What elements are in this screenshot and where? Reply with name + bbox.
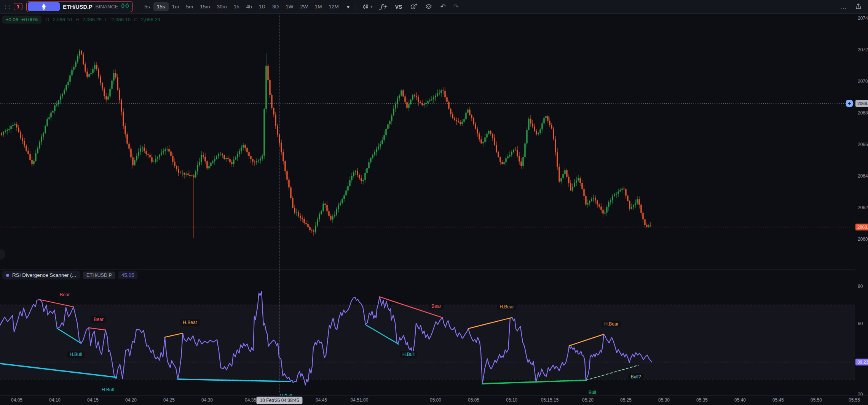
- time-axis-label: 05:35: [696, 397, 708, 403]
- drag-grip-icon[interactable]: ⋮⋮: [3, 4, 11, 10]
- time-axis-label: 05:50: [811, 397, 822, 403]
- crosshair-time-badge: 10 Feb'26 04:38:45: [256, 397, 302, 404]
- timeframe-1W[interactable]: 1W: [282, 2, 297, 11]
- alert-button[interactable]: [407, 2, 420, 12]
- timeframe-1M[interactable]: 1M: [311, 2, 326, 11]
- time-axis-label: 04:30: [201, 397, 213, 403]
- change-value: +0.06: [6, 17, 18, 22]
- indicator-header: RSI Divergence Scanner (... ETH/USD.P 45…: [2, 271, 137, 280]
- close-label: C: [134, 17, 137, 22]
- indicator-value: 45.05: [118, 271, 137, 279]
- symbol-name: ETH/USD.P: [63, 4, 92, 10]
- time-scale-axis[interactable]: 04:0504:1004:1504:2004:2504:3004:3504:45…: [0, 395, 868, 405]
- price-axis-label: 2068: [858, 110, 868, 116]
- price-axis-label: 2066: [858, 142, 868, 147]
- pane-divider[interactable]: [0, 269, 855, 270]
- exchange-name: BINANCE: [96, 4, 118, 10]
- low-label: L: [105, 17, 108, 22]
- indicator-title-pill[interactable]: RSI Divergence Scanner (...: [2, 271, 80, 280]
- ohlc-values: O 2,066.10 H 2,066.29 L 2,066.10 C 2,066…: [45, 17, 160, 22]
- indicator-color-dot-icon: [6, 274, 9, 277]
- price-axis-label: 2072: [858, 47, 868, 52]
- chart-style-button[interactable]: ▾: [359, 2, 375, 12]
- timeframe-4h[interactable]: 4h: [243, 2, 255, 11]
- time-axis-label: 04:20: [125, 397, 137, 403]
- low-value: 2,066.10: [111, 17, 131, 22]
- compare-button[interactable]: VS: [392, 2, 405, 11]
- indicators-button[interactable]: ƒ+: [377, 2, 390, 12]
- price-axis-label: 2062: [858, 205, 868, 210]
- live-broadcast-icon: [121, 3, 129, 10]
- toolbar-separator: [356, 3, 356, 11]
- price-legend-row: +0.06 +0.00% O 2,066.10 H 2,066.29 L 2,0…: [2, 16, 160, 24]
- rsi-axis-label: 80: [858, 284, 863, 289]
- price-axis-label: 2064: [858, 173, 868, 179]
- time-axis-label: 05:05: [468, 397, 479, 403]
- price-axis-label: 2074: [858, 16, 868, 21]
- rsi-axis-label: 60: [858, 321, 863, 326]
- timeframe-3D[interactable]: 3D: [269, 2, 282, 11]
- time-axis-label: 04:10: [49, 397, 61, 403]
- timeframe-1h[interactable]: 1h: [230, 2, 243, 11]
- timeframe-5s[interactable]: 5s: [141, 2, 153, 11]
- high-label: H: [75, 17, 79, 22]
- price-scale-axis[interactable]: 207420722070206820662064206220602068.602…: [855, 14, 868, 395]
- layers-button[interactable]: [422, 2, 436, 12]
- timeframe-1m[interactable]: 1m: [169, 2, 183, 11]
- time-axis-label: 04:35: [245, 397, 256, 403]
- change-percent: +0.00%: [21, 17, 38, 22]
- time-axis-label: 04:05: [11, 397, 22, 403]
- timeframe-dropdown-caret[interactable]: ▾: [344, 2, 353, 12]
- chart-style-caret: ▾: [370, 5, 372, 9]
- time-axis-label: 05:40: [734, 397, 746, 403]
- time-axis-label: 05:20: [582, 397, 594, 403]
- indicator-title: RSI Divergence Scanner (...: [12, 272, 76, 278]
- share-button[interactable]: [852, 2, 865, 12]
- change-pill: +0.06 +0.00%: [2, 16, 41, 24]
- timeframe-30m[interactable]: 30m: [213, 2, 230, 11]
- time-axis-label: 05:10: [506, 397, 517, 403]
- timeframe-15s[interactable]: 15s: [153, 2, 169, 11]
- rsi-indicator-chart[interactable]: [0, 283, 855, 395]
- undo-button[interactable]: ↶: [437, 1, 448, 12]
- time-axis-label: 04:45: [316, 397, 327, 403]
- last-price-badge: 2060.77: [855, 224, 868, 230]
- add-alert-icon[interactable]: +: [846, 100, 853, 107]
- price-axis-label: 2070: [858, 79, 868, 84]
- rsi-axis-label: 20: [858, 392, 863, 395]
- timeframe-12M[interactable]: 12M: [326, 2, 342, 11]
- timeframe-1D[interactable]: 1D: [255, 2, 269, 11]
- timeframe-2W[interactable]: 2W: [297, 2, 311, 11]
- time-axis-label: 05:30: [658, 397, 670, 403]
- time-axis-label: 05:15:15: [541, 397, 559, 403]
- price-candlestick-chart[interactable]: [0, 14, 855, 269]
- timeframe-15m[interactable]: 15m: [196, 2, 213, 11]
- more-options-button[interactable]: …: [837, 1, 850, 12]
- layout-hint-badge[interactable]: 1: [14, 3, 22, 10]
- open-label: O: [45, 17, 49, 22]
- redo-button[interactable]: ↷: [450, 1, 462, 12]
- time-axis-label: 05:45: [772, 397, 784, 403]
- time-axis-label: 04:25: [163, 397, 175, 403]
- rsi-value-badge: 39.23: [855, 359, 868, 365]
- eth-logo-icon: [28, 2, 60, 11]
- price-level-badge: 2068.60: [855, 100, 868, 107]
- high-value: 2,066.29: [82, 17, 102, 22]
- top-toolbar: ⋮⋮ 1 ETH/USD.P BINANCE 5s15s1m5m15m30m1h…: [0, 0, 868, 14]
- close-value: 2,066.29: [141, 17, 160, 22]
- timeframe-group: 5s15s1m5m15m30m1h4h1D3D1W2W1M12M: [141, 2, 342, 11]
- time-axis-label: 05:25: [620, 397, 632, 403]
- open-value: 2,066.10: [53, 17, 72, 22]
- indicator-symbol: ETH/USD.P: [83, 272, 115, 279]
- time-axis-label: 04:51:00: [351, 397, 369, 403]
- time-axis-label: 05:55: [849, 397, 860, 403]
- symbol-button[interactable]: ETH/USD.P BINANCE: [26, 1, 132, 12]
- timeframe-5m[interactable]: 5m: [182, 2, 196, 11]
- time-axis-label: 05:00: [430, 397, 441, 403]
- price-axis-label: 2060: [858, 237, 868, 242]
- crosshair-vertical-line: [279, 14, 280, 395]
- trading-chart-app: ⋮⋮ 1 ETH/USD.P BINANCE 5s15s1m5m15m30m1h…: [0, 0, 868, 405]
- time-axis-label: 04:15: [87, 397, 99, 403]
